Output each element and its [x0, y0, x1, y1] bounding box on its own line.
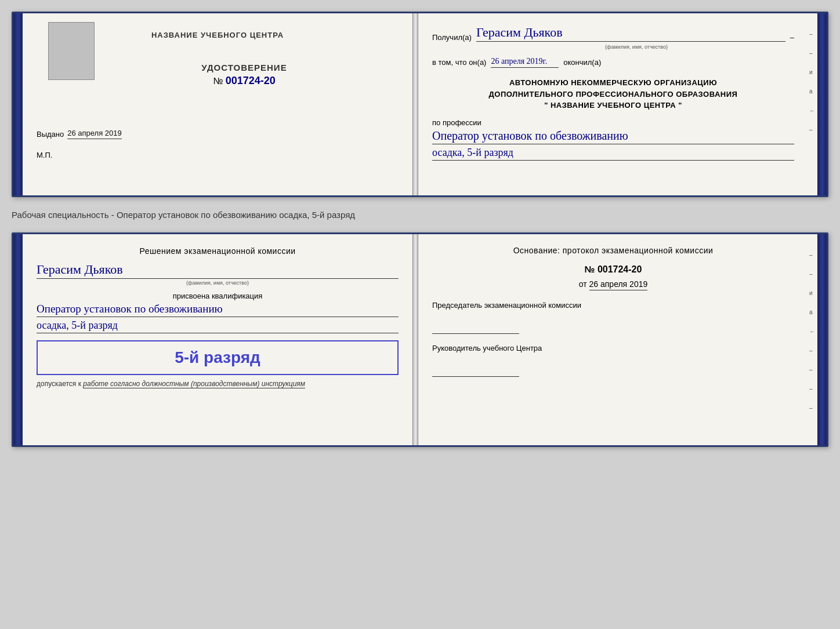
cert2-allowed-label: допускается к	[37, 380, 81, 388]
cert2-protocol-date-value: 26 апреля 2019	[589, 279, 648, 290]
cert2-left-panel: Решением экзаменационной комиссии Гераси…	[23, 234, 412, 445]
cert2-basis-title: Основание: протокол экзаменационной коми…	[432, 246, 794, 255]
certificate-2: Решением экзаменационной комиссии Гераси…	[12, 232, 828, 447]
cert2-candidate-name: Герасим Дьяков	[37, 262, 399, 279]
cert1-org-line3: " НАЗВАНИЕ УЧЕБНОГО ЦЕНТРА "	[432, 100, 794, 111]
cert2-qualification-rank: осадка, 5-й разряд	[37, 319, 399, 333]
cert1-photo	[48, 22, 95, 80]
document-container: НАЗВАНИЕ УЧЕБНОГО ЦЕНТРА УДОСТОВЕРЕНИЕ №…	[12, 12, 828, 447]
recipient-line: Получил(а) Герасим Дьяков –	[432, 25, 794, 42]
cert1-org-line1: АВТОНОМНУЮ НЕКОММЕРЧЕСКУЮ ОРГАНИЗАЦИЮ	[432, 77, 794, 89]
cert1-side-marks: – – и а ← –	[809, 31, 815, 133]
cert2-chairman-sig-line	[432, 322, 519, 334]
cert2-candidate-sublabel: (фамилия, имя, отчество)	[37, 280, 399, 286]
cert1-org-block: АВТОНОМНУЮ НЕКОММЕРЧЕСКУЮ ОРГАНИЗАЦИЮ ДО…	[432, 77, 794, 111]
cert1-date-value: 26 апреля 2019г.	[491, 57, 559, 68]
cert1-title: УДОСТОВЕРЕНИЕ	[90, 63, 399, 72]
cert1-profession-label: по профессии	[432, 118, 794, 127]
cert1-number-line: № 001724-20	[90, 75, 399, 87]
cert2-candidate-name-block: Герасим Дьяков (фамилия, имя, отчество)	[37, 262, 399, 286]
cert2-side-marks: – – и а ← – – – –	[809, 252, 815, 411]
cert2-rank-badge-text: 5-й разряд	[47, 348, 388, 367]
cert1-date-prefix: в том, что он(а)	[432, 58, 486, 67]
cert2-allowed: допускается к работе согласно должностны…	[37, 380, 399, 388]
cert1-mp: М.П.	[37, 151, 399, 159]
certificate-1: НАЗВАНИЕ УЧЕБНОГО ЦЕНТРА УДОСТОВЕРЕНИЕ №…	[12, 12, 828, 197]
cert2-rank-badge: 5-й разряд	[37, 340, 399, 375]
book-edge-left-2	[13, 234, 23, 445]
cert1-recipient-name: Герасим Дьяков	[476, 25, 785, 42]
divider-spine-2	[412, 234, 418, 445]
book-edge-left-1	[13, 13, 23, 195]
cert2-protocol-date: от 26 апреля 2019	[432, 279, 794, 289]
cert2-director-block: Руководитель учебного Центра	[432, 343, 794, 377]
cert1-rank: осадка, 5-й разряд	[432, 147, 794, 161]
cert1-recipient-label: Получил(а)	[432, 33, 472, 42]
divider-spine-1	[412, 13, 418, 195]
cert2-assigned-label: присвоена квалификация	[37, 292, 399, 300]
cert1-issued-date: 26 апреля 2019	[67, 129, 122, 139]
book-edge-right-1	[817, 13, 827, 195]
cert2-chairman-block: Председатель экзаменационной комиссии	[432, 300, 794, 334]
cert1-org-line2: ДОПОЛНИТЕЛЬНОГО ПРОФЕССИОНАЛЬНОГО ОБРАЗО…	[432, 89, 794, 100]
cert1-date-suffix: окончил(а)	[563, 58, 601, 67]
cert1-recipient-sublabel: (фамилия, имя, отчество)	[479, 44, 794, 50]
cert2-right-panel: Основание: протокол экзаменационной коми…	[418, 234, 817, 445]
cert2-protocol-date-prefix: от	[579, 279, 587, 289]
description-line: Рабочая специальность - Оператор установ…	[12, 208, 828, 222]
cert2-qualification-name: Оператор установок по обезвоживанию	[37, 303, 399, 317]
cert2-director-label: Руководитель учебного Центра	[432, 343, 794, 354]
cert1-number: 001724-20	[226, 75, 276, 86]
book-edge-right-2	[817, 234, 827, 445]
cert1-number-prefix: №	[213, 76, 223, 86]
cert1-profession-name: Оператор установок по обезвоживанию	[432, 129, 794, 144]
cert2-chairman-label: Председатель экзаменационной комиссии	[432, 300, 794, 311]
cert1-date-line: в том, что он(а) 26 апреля 2019г. окончи…	[432, 57, 794, 68]
cert2-allowed-text: работе согласно должностным (производств…	[83, 380, 305, 388]
cert1-issued-label: Выдано	[37, 130, 64, 139]
cert2-director-sig-line	[432, 365, 519, 377]
cert2-decision-title: Решением экзаменационной комиссии	[37, 246, 399, 257]
cert2-protocol-number: № 001724-20	[432, 264, 794, 275]
cert1-right-panel: Получил(а) Герасим Дьяков – (фамилия, им…	[418, 13, 817, 195]
cert1-left-panel: НАЗВАНИЕ УЧЕБНОГО ЦЕНТРА УДОСТОВЕРЕНИЕ №…	[23, 13, 412, 195]
